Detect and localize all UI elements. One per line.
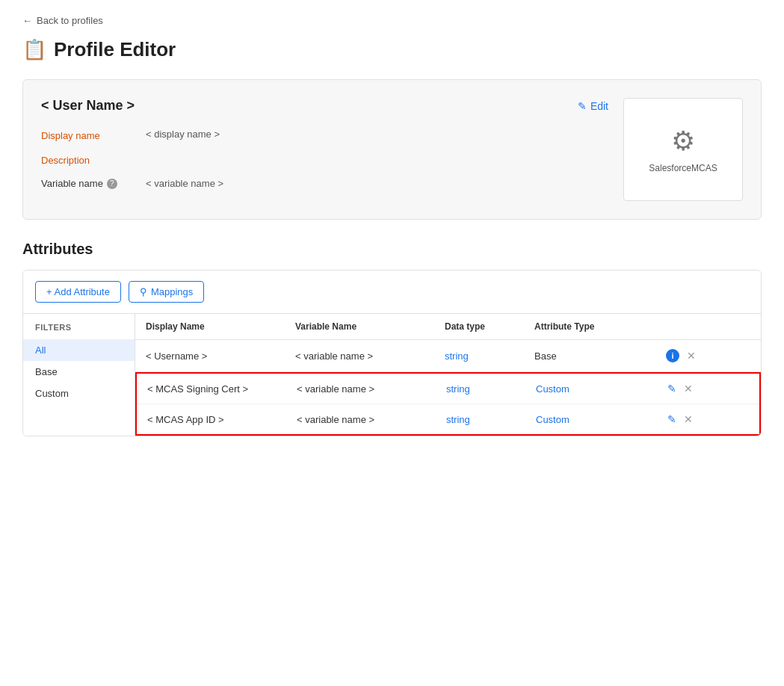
- delete-button[interactable]: [687, 350, 696, 362]
- attributes-container: + Add Attribute ⚲ Mappings FILTERS All B…: [22, 270, 762, 436]
- profile-header: < User Name > ✎ Edit: [41, 98, 608, 114]
- profile-info: < User Name > ✎ Edit Display name < disp…: [41, 98, 608, 201]
- td-attribute-type: Custom: [525, 374, 660, 404]
- display-name-label: Display name: [41, 129, 146, 141]
- th-attribute-type: Attribute Type: [524, 314, 658, 339]
- variable-name-label: Variable name: [41, 178, 103, 189]
- filters-title: FILTERS: [23, 323, 135, 339]
- variable-name-value: < variable name >: [146, 178, 223, 189]
- td-variable-name: < variable name >: [286, 374, 436, 404]
- th-display-name: Display Name: [135, 314, 285, 339]
- attributes-body: FILTERS All Base Custom Display Name Var…: [23, 314, 761, 436]
- table-header: Display Name Variable Name Data type Att…: [135, 314, 761, 340]
- edit-label: Edit: [590, 100, 608, 112]
- variable-name-row: Variable name ? < variable name >: [41, 178, 608, 189]
- delete-button[interactable]: [684, 383, 693, 395]
- td-display-name: < MCAS Signing Cert >: [137, 374, 286, 404]
- td-display-name: < Username >: [135, 342, 285, 371]
- gear-icon: ⚙: [671, 126, 695, 157]
- back-arrow-icon: [22, 15, 32, 26]
- td-data-type: string: [436, 374, 525, 404]
- mappings-label: Mappings: [151, 286, 193, 297]
- attributes-section-title: Attributes: [22, 241, 762, 258]
- profile-name: < User Name >: [41, 98, 135, 114]
- row-actions: i: [658, 340, 703, 371]
- add-attribute-label: + Add Attribute: [46, 286, 110, 297]
- variable-name-help-icon[interactable]: ?: [107, 179, 117, 189]
- td-display-name: < MCAS App ID >: [137, 405, 286, 434]
- td-attribute-type: Base: [524, 342, 658, 371]
- filters-panel: FILTERS All Base Custom: [23, 314, 135, 436]
- row-actions: [660, 404, 705, 434]
- table-row: < Username > < variable name > string Ba…: [135, 340, 761, 372]
- row-actions: [660, 374, 705, 404]
- delete-button[interactable]: [684, 413, 693, 425]
- display-name-row: Display name < display name >: [41, 129, 608, 141]
- td-data-type: string: [434, 342, 524, 371]
- filter-base[interactable]: Base: [23, 361, 135, 383]
- th-variable-name: Variable Name: [285, 314, 434, 339]
- page-title: 📋 Profile Editor: [22, 38, 762, 61]
- edit-button[interactable]: [667, 413, 676, 425]
- custom-rows-wrapper: < MCAS Signing Cert > < variable name > …: [135, 372, 761, 436]
- profile-card: < User Name > ✎ Edit Display name < disp…: [22, 79, 762, 220]
- page-title-text: Profile Editor: [54, 38, 176, 61]
- edit-pencil-icon: ✎: [578, 100, 587, 112]
- description-row: Description: [41, 153, 608, 166]
- td-data-type: string: [436, 405, 525, 434]
- display-name-value: < display name >: [146, 129, 220, 140]
- edit-button[interactable]: [667, 383, 676, 395]
- td-attribute-type: Custom: [525, 405, 660, 434]
- back-link-label: Back to profiles: [37, 15, 103, 26]
- th-data-type: Data type: [434, 314, 524, 339]
- table-row: < MCAS App ID > < variable name > string…: [137, 404, 759, 434]
- table-area: Display Name Variable Name Data type Att…: [135, 314, 761, 436]
- td-variable-name: < variable name >: [286, 405, 436, 434]
- filter-custom[interactable]: Custom: [23, 383, 135, 404]
- mappings-button[interactable]: ⚲ Mappings: [129, 281, 204, 303]
- attributes-section: Attributes + Add Attribute ⚲ Mappings FI…: [22, 241, 762, 436]
- variable-name-label-group: Variable name ?: [41, 178, 146, 189]
- back-to-profiles-link[interactable]: Back to profiles: [22, 15, 762, 26]
- description-label: Description: [41, 153, 146, 166]
- mappings-map-icon: ⚲: [140, 286, 147, 297]
- add-attribute-button[interactable]: + Add Attribute: [35, 281, 121, 303]
- filter-all[interactable]: All: [23, 339, 135, 361]
- info-icon[interactable]: i: [666, 349, 679, 362]
- td-variable-name: < variable name >: [285, 342, 434, 371]
- page-title-icon: 📋: [22, 38, 46, 61]
- attributes-toolbar: + Add Attribute ⚲ Mappings: [23, 271, 761, 314]
- edit-profile-button[interactable]: ✎ Edit: [578, 100, 608, 112]
- th-actions: [658, 314, 703, 339]
- logo-label: SalesforceMCAS: [649, 163, 717, 173]
- table-row: < MCAS Signing Cert > < variable name > …: [137, 374, 759, 404]
- profile-logo-area: ⚙ SalesforceMCAS: [623, 98, 743, 201]
